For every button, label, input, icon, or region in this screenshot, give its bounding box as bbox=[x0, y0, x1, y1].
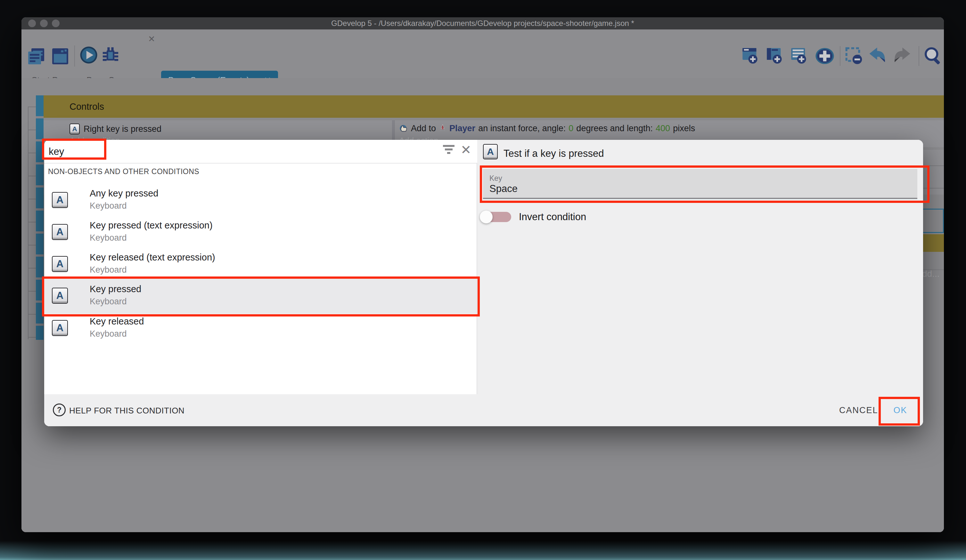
remove-selection-icon[interactable] bbox=[845, 47, 863, 65]
project-manager-icon[interactable] bbox=[26, 47, 46, 66]
annotation-search-field bbox=[42, 139, 106, 160]
tree-guide-stubs bbox=[28, 106, 36, 339]
item-subtitle: Keyboard bbox=[90, 265, 127, 275]
event-group-controls[interactable]: Controls bbox=[44, 95, 944, 118]
item-title: Any key pressed bbox=[90, 188, 158, 199]
toolbar-divider bbox=[840, 46, 840, 66]
truncated-add-text: dd... bbox=[922, 269, 940, 279]
undo-icon[interactable] bbox=[869, 47, 887, 65]
item-title: Key released (text expression) bbox=[90, 252, 215, 263]
keyboard-key-icon: A bbox=[483, 144, 498, 159]
condition-list-item[interactable]: A Key pressed (text expression) Keyboard bbox=[44, 217, 477, 249]
keyboard-key-icon: A bbox=[52, 320, 68, 336]
condition-list-panel: key ✕ NON-OBJECTS AND OTHER CONDITIONS A… bbox=[44, 140, 477, 394]
condition-title: Test if a key is pressed bbox=[503, 148, 604, 159]
preview-window-icon[interactable] bbox=[51, 47, 70, 66]
keyboard-key-icon: A bbox=[52, 192, 68, 208]
invert-condition-label: Invert condition bbox=[519, 211, 586, 223]
clear-search-icon[interactable]: ✕ bbox=[461, 142, 472, 157]
redo-icon[interactable] bbox=[892, 47, 911, 65]
keyboard-key-icon: A bbox=[52, 224, 68, 240]
condition-cell[interactable]: A Right key is pressed bbox=[69, 123, 161, 134]
event-group-label: Controls bbox=[69, 102, 104, 112]
toolbar-divider bbox=[74, 46, 75, 67]
add-event-icon[interactable] bbox=[742, 47, 759, 65]
add-subevent-icon[interactable] bbox=[766, 47, 783, 65]
player-object-icon bbox=[439, 124, 447, 133]
annotation-key-field bbox=[480, 165, 930, 203]
keyboard-key-icon: A bbox=[69, 123, 80, 134]
action-lead: Add to bbox=[411, 123, 436, 133]
annotation-ok-button bbox=[879, 397, 920, 426]
item-subtitle: Keyboard bbox=[90, 201, 127, 211]
force-hand-icon bbox=[399, 124, 408, 133]
help-icon[interactable]: ? bbox=[53, 403, 66, 416]
tab-base-scene-close-icon[interactable]: ✕ bbox=[148, 29, 155, 49]
keyboard-key-icon: A bbox=[52, 256, 68, 272]
item-subtitle: Keyboard bbox=[90, 233, 127, 243]
titlebar: GDevelop 5 - /Users/dkarakay/Documents/G… bbox=[21, 17, 944, 29]
condition-list-item[interactable]: A Any key pressed Keyboard bbox=[44, 185, 477, 217]
action-length-value: 400 bbox=[656, 123, 670, 133]
toggle-thumb[interactable] bbox=[480, 211, 493, 223]
toolbar-divider bbox=[918, 46, 919, 66]
action-angle-value: 0 bbox=[568, 123, 573, 133]
item-title: Key released bbox=[90, 316, 144, 327]
search-icon[interactable] bbox=[923, 46, 942, 65]
add-comment-icon[interactable] bbox=[790, 47, 807, 65]
cancel-button[interactable]: CANCEL bbox=[839, 405, 878, 415]
play-icon[interactable] bbox=[79, 46, 98, 64]
desktop: GDevelop 5 - /Users/dkarakay/Documents/G… bbox=[0, 0, 966, 560]
filter-icon[interactable] bbox=[443, 145, 455, 154]
annotation-selected-item bbox=[42, 277, 480, 316]
item-subtitle: Keyboard bbox=[90, 329, 127, 339]
debug-icon[interactable] bbox=[101, 46, 120, 64]
action-text: pixels bbox=[673, 123, 695, 133]
action-text: degrees and length: bbox=[576, 123, 653, 133]
section-header: NON-OBJECTS AND OTHER CONDITIONS bbox=[48, 167, 199, 176]
help-link[interactable]: HELP FOR THIS CONDITION bbox=[69, 406, 184, 416]
action-text: an instant force, angle: bbox=[478, 123, 566, 133]
action-object: Player bbox=[449, 123, 475, 133]
condition-list-item[interactable]: A Key released (text expression) Keyboar… bbox=[44, 249, 477, 281]
action-cell[interactable]: Add to Player an instant force, angle: 0… bbox=[399, 122, 695, 134]
item-title: Key pressed (text expression) bbox=[90, 220, 213, 231]
condition-text: Right key is pressed bbox=[84, 124, 161, 134]
toolbar: Start Page Base Scene ✕ Base Scene (Even… bbox=[21, 29, 944, 78]
search-divider bbox=[44, 163, 477, 164]
add-new-icon[interactable] bbox=[815, 47, 835, 65]
window-title: GDevelop 5 - /Users/dkarakay/Documents/G… bbox=[21, 18, 944, 28]
condition-list-item[interactable]: A Key released Keyboard bbox=[44, 313, 477, 345]
search-input[interactable]: key bbox=[49, 142, 475, 161]
dialog-footer: ? HELP FOR THIS CONDITION CANCEL OK bbox=[44, 394, 923, 426]
desktop-glow bbox=[0, 541, 966, 560]
